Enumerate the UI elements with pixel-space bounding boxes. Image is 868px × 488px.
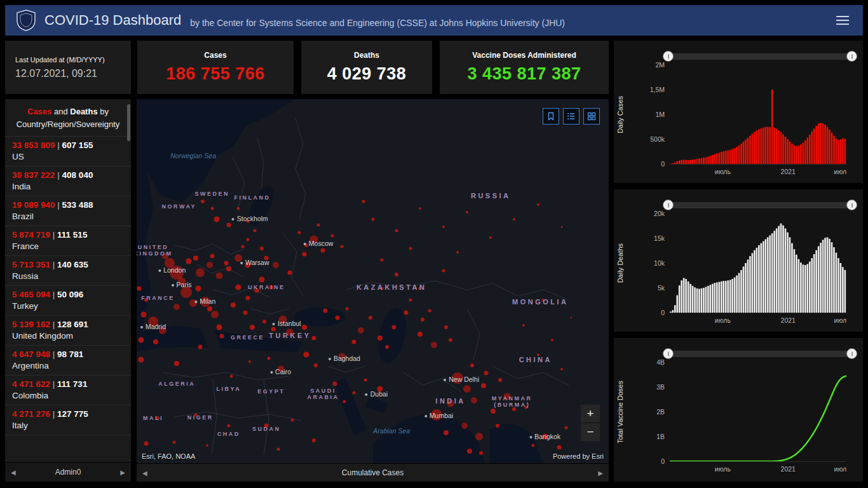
country-row[interactable]: 4 271 276 | 127 775Italy	[5, 405, 131, 435]
total-vaccine-doses-chart	[670, 362, 846, 462]
slider-handle-right[interactable]	[846, 51, 857, 62]
country-list-title: Cases and Deaths by Country/Region/Sover…	[5, 99, 131, 137]
slider-handle-left[interactable]	[663, 348, 674, 359]
map-canvas[interactable]: Norwegian SeaArabian SeaSWEDENFINLANDNOR…	[137, 99, 609, 464]
map-label-country: ALGERIA	[158, 381, 195, 387]
country-row[interactable]: 5 713 351 | 140 635Russia	[5, 256, 131, 286]
scrollbar-thumb[interactable]	[127, 104, 130, 141]
slider-handle-left[interactable]	[663, 51, 674, 62]
map-label-city: Moscow	[304, 240, 334, 247]
country-deaths: 50 096	[57, 290, 83, 299]
daily-deaths-chart	[670, 214, 846, 313]
prev-arrow-icon[interactable]	[142, 470, 147, 477]
y-tick-label: 0	[661, 458, 665, 465]
y-axis-ticks: 2M1,5M1M500k0	[632, 61, 665, 168]
map-label-country: SAUDI ARABIA	[300, 388, 346, 400]
map-label-country: RUSSIA	[471, 192, 511, 200]
sidebar-footer-label: Admin0	[55, 468, 81, 477]
y-tick-label: 0	[661, 160, 665, 168]
x-tick-label: 2021	[781, 168, 796, 175]
map-panel: Norwegian SeaArabian SeaSWEDENFINLANDNOR…	[137, 99, 609, 482]
map-label-city: Istanbul	[273, 320, 301, 327]
hamburger-menu-icon[interactable]	[834, 13, 851, 27]
zoom-in-button[interactable]: +	[581, 405, 600, 423]
legend-button[interactable]	[563, 108, 580, 125]
next-arrow-icon[interactable]	[120, 469, 125, 476]
country-name: US	[12, 152, 124, 161]
country-name: Brazil	[12, 212, 124, 221]
country-name: Italy	[12, 421, 124, 430]
vaccine-label: Vaccine Doses Administered	[472, 51, 576, 60]
prev-arrow-icon[interactable]	[11, 469, 16, 476]
country-cases: 5 139 162	[12, 320, 50, 329]
map-label-city: Mumbai	[424, 412, 453, 419]
next-arrow-icon[interactable]	[598, 470, 603, 477]
map-footer-label: Cumulative Cases	[342, 468, 403, 477]
country-row[interactable]: 19 089 940 | 533 488Brazil	[5, 196, 131, 226]
map-label-country: CHAD	[217, 431, 240, 437]
map-label-city: Stockholm	[232, 215, 268, 222]
map-label-city: Dubai	[365, 390, 388, 398]
country-deaths: 140 635	[57, 260, 88, 269]
y-tick-label: 20k	[654, 210, 665, 217]
page-subtitle: by the Center for Systems Science and En…	[190, 18, 565, 28]
y-tick-label: 0	[661, 309, 665, 316]
country-row[interactable]: 4 471 622 | 111 731Colombia	[5, 376, 131, 405]
slider-track[interactable]	[668, 351, 851, 357]
country-cases: 33 853 809	[12, 140, 55, 150]
last-updated-value: 12.07.2021, 09:21	[15, 68, 121, 79]
separator: |	[50, 379, 57, 389]
country-name: France	[12, 241, 124, 251]
covid-dashboard: COVID-19 Dashboard by the Center for Sys…	[0, 0, 868, 488]
slider-handle-right[interactable]	[846, 200, 857, 210]
country-row[interactable]: 4 647 948 | 98 781Argentina	[5, 346, 131, 376]
basemap-button[interactable]	[583, 108, 600, 125]
y-axis-ticks: 4B3B2B1B0	[632, 358, 665, 465]
map-attribution: Esri, FAO, NOAA	[142, 452, 195, 460]
country-row[interactable]: 5 139 162 | 128 691United Kingdom	[5, 316, 131, 346]
map-label-country: SUDAN	[252, 426, 281, 432]
x-tick-label: июл	[834, 316, 847, 324]
slider-track[interactable]	[668, 53, 851, 60]
country-numbers: 5 713 351 | 140 635	[12, 260, 124, 269]
map-label-country: TURKEY	[269, 332, 311, 339]
map-label-country: CHINA	[519, 356, 552, 363]
country-deaths: 533 488	[62, 200, 93, 210]
country-row[interactable]: 5 874 719 | 111 515France	[5, 226, 131, 256]
zoom-controls: + −	[581, 405, 600, 441]
separator: |	[50, 320, 57, 329]
cases-label: Cases	[204, 51, 226, 60]
country-row[interactable]: 30 837 222 | 408 040India	[5, 166, 131, 196]
zoom-out-button[interactable]: −	[581, 423, 600, 441]
country-deaths: 111 731	[57, 379, 87, 389]
bookmarks-button[interactable]	[543, 108, 559, 125]
separator: |	[50, 230, 57, 240]
map-label-country: INDIA	[435, 397, 465, 405]
sidebar-footer: Admin0	[5, 462, 131, 482]
x-tick-label: 2021	[781, 316, 796, 324]
country-name: Turkey	[12, 301, 124, 311]
x-tick-label: июль	[715, 316, 731, 324]
daily-cases-chart	[670, 65, 846, 165]
separator: |	[50, 260, 57, 269]
y-tick-label: 15k	[654, 234, 665, 242]
y-tick-label: 1B	[656, 433, 665, 440]
slider-handle-right[interactable]	[846, 348, 857, 359]
slider-handle-left[interactable]	[663, 200, 674, 210]
country-row[interactable]: 33 853 809 | 607 155US	[5, 137, 131, 166]
slider-track[interactable]	[668, 202, 851, 208]
country-row[interactable]: 5 465 094 | 50 096Turkey	[5, 286, 131, 316]
map-label-country: NORWAY	[162, 203, 197, 210]
country-numbers: 4 471 622 | 111 731	[12, 379, 124, 389]
jhu-shield-icon	[17, 10, 36, 31]
map-label-city: Cairo	[270, 368, 291, 376]
title-and-word: and	[54, 107, 68, 116]
last-updated-label: Last Updated at (M/D/YYYY)	[15, 56, 121, 64]
grid-icon	[587, 111, 597, 121]
jhu-logo	[17, 10, 36, 31]
country-numbers: 19 089 940 | 533 488	[12, 200, 124, 210]
chart-panel-total-vaccine-doses: Total Vaccine Doses 4B3B2B1B0 июль2021ию…	[614, 338, 863, 482]
y-tick-label: 1,5M	[650, 86, 665, 93]
country-numbers: 4 647 948 | 98 781	[12, 349, 124, 359]
chart-panel-daily-cases: Daily Cases 2M1,5M1M500k0 июль2021июл	[614, 41, 863, 183]
